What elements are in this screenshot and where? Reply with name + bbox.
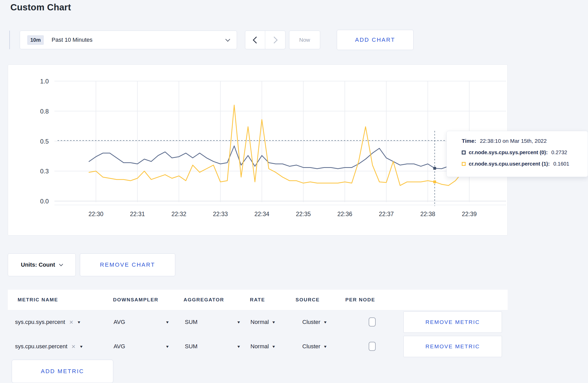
units-select[interactable]: Units: Count xyxy=(8,253,76,276)
tooltip-time-value: 22:38:10 on Mar 15th, 2022 xyxy=(480,138,547,144)
y-axis-tick-label: 0.8 xyxy=(40,108,49,115)
time-nav-group xyxy=(245,31,285,49)
x-axis-tick-label: 22:37 xyxy=(379,211,394,217)
metric-name-value: sys.cpu.sys.percent xyxy=(15,319,65,325)
toolbar-accent-divider xyxy=(9,31,10,49)
y-axis-tick-label: 0.0 xyxy=(40,198,49,205)
caret-down-icon[interactable]: ▼ xyxy=(79,345,83,349)
clear-metric-icon[interactable]: × xyxy=(72,343,75,350)
now-button[interactable]: Now xyxy=(289,31,320,49)
tooltip-time-label: Time: xyxy=(462,138,476,144)
crosshair-point-user xyxy=(433,180,436,183)
add-metric-button[interactable]: ADD METRIC xyxy=(12,360,113,383)
source-select[interactable]: Cluster ▼ xyxy=(302,334,327,359)
y-axis-tick-label: 1.0 xyxy=(40,78,49,85)
tooltip-series-name: cr.node.sys.cpu.user.percent (1): xyxy=(469,161,550,167)
time-range-badge: 10m xyxy=(27,35,44,45)
x-axis-tick-label: 22:34 xyxy=(254,211,269,217)
y-axis-tick-label: 0.5 xyxy=(40,138,49,145)
col-header-metric-name: METRIC NAME xyxy=(18,297,58,303)
clear-metric-icon[interactable]: × xyxy=(69,319,73,325)
series-sys-swatch-icon xyxy=(462,151,466,154)
caret-down-icon[interactable]: ▼ xyxy=(77,320,81,324)
caret-down-icon: ▼ xyxy=(271,345,276,349)
chevron-left-icon xyxy=(253,37,260,44)
series-line-user xyxy=(89,105,476,186)
metric-name-value: sys.cpu.user.percent xyxy=(15,343,67,350)
time-back-button[interactable] xyxy=(245,31,265,49)
col-header-downsampler: DOWNSAMPLER xyxy=(113,297,158,303)
x-axis-tick-label: 22:35 xyxy=(296,211,311,217)
chevron-down-icon xyxy=(59,262,63,266)
chart-canvas[interactable]: 0.00.30.50.81.022:3022:3122:3222:3322:34… xyxy=(8,65,508,236)
source-value: Cluster xyxy=(302,319,320,325)
rate-value: Normal xyxy=(250,319,269,325)
downsampler-value: AVG xyxy=(114,343,125,350)
metrics-table-header: METRIC NAME DOWNSAMPLER AGGREGATOR RATE … xyxy=(8,290,508,310)
tooltip-series-value: 0.1601 xyxy=(553,161,569,167)
crosshair-point-sys xyxy=(433,167,436,170)
remove-metric-button[interactable]: REMOVE METRIC xyxy=(403,336,502,357)
caret-down-icon: ▼ xyxy=(323,345,327,349)
caret-down-icon: ▼ xyxy=(237,345,241,349)
downsampler-select[interactable]: AVG ▼ xyxy=(114,310,169,334)
time-range-label: Past 10 Minutes xyxy=(52,37,226,43)
tooltip-series-name: cr.node.sys.cpu.sys.percent (0): xyxy=(469,150,548,155)
caret-down-icon: ▼ xyxy=(271,320,276,324)
page-title: Custom Chart xyxy=(10,2,71,12)
downsampler-select[interactable]: AVG ▼ xyxy=(114,334,169,359)
aggregator-select[interactable]: SUM ▼ xyxy=(185,310,240,334)
x-axis-tick-label: 22:31 xyxy=(130,211,145,217)
y-axis-tick-label: 0.3 xyxy=(40,168,49,175)
aggregator-value: SUM xyxy=(185,343,198,350)
col-header-rate: RATE xyxy=(250,297,265,303)
caret-down-icon: ▼ xyxy=(237,320,241,324)
series-line-sys xyxy=(89,146,476,169)
x-axis-tick-label: 22:32 xyxy=(171,211,186,217)
time-range-select[interactable]: 10m Past 10 Minutes xyxy=(20,31,237,49)
per-node-checkbox[interactable] xyxy=(369,317,376,327)
chevron-down-icon xyxy=(225,37,230,41)
add-chart-button[interactable]: ADD CHART xyxy=(337,30,414,50)
col-header-source: SOURCE xyxy=(296,297,320,303)
downsampler-value: AVG xyxy=(114,319,125,325)
source-select[interactable]: Cluster ▼ xyxy=(302,310,327,334)
source-value: Cluster xyxy=(302,343,320,350)
x-axis-tick-label: 22:38 xyxy=(420,211,435,217)
x-axis-tick-label: 22:33 xyxy=(213,211,228,217)
metric-row: sys.cpu.user.percent × ▼ AVG ▼ SUM ▼ Nor… xyxy=(8,334,508,359)
aggregator-select[interactable]: SUM ▼ xyxy=(185,334,240,359)
rate-select[interactable]: Normal ▼ xyxy=(250,310,275,334)
time-forward-button[interactable] xyxy=(265,31,285,49)
remove-chart-button[interactable]: REMOVE CHART xyxy=(80,253,175,276)
aggregator-value: SUM xyxy=(185,319,198,325)
col-header-per-node: PER NODE xyxy=(345,297,375,303)
metric-name-select[interactable]: sys.cpu.user.percent × ▼ xyxy=(15,334,83,359)
x-axis-tick-label: 22:30 xyxy=(88,211,103,217)
caret-down-icon: ▼ xyxy=(165,320,170,324)
per-node-checkbox[interactable] xyxy=(369,342,376,351)
metric-row: sys.cpu.sys.percent × ▼ AVG ▼ SUM ▼ Norm… xyxy=(8,310,508,334)
rate-select[interactable]: Normal ▼ xyxy=(250,334,275,359)
x-axis-tick-label: 22:39 xyxy=(462,211,477,217)
metric-name-select[interactable]: sys.cpu.sys.percent × ▼ xyxy=(15,310,81,334)
chart-tooltip: Time: 22:38:10 on Mar 15th, 2022 cr.node… xyxy=(446,131,588,177)
chevron-right-icon xyxy=(271,37,278,44)
caret-down-icon: ▼ xyxy=(323,320,327,324)
rate-value: Normal xyxy=(250,343,269,350)
col-header-aggregator: AGGREGATOR xyxy=(184,297,224,303)
caret-down-icon: ▼ xyxy=(165,345,170,349)
series-user-swatch-icon xyxy=(462,162,466,166)
units-label: Units: Count xyxy=(21,261,55,268)
custom-chart-page: Custom Chart 10m Past 10 Minutes Now ADD… xyxy=(0,0,588,383)
remove-metric-button[interactable]: REMOVE METRIC xyxy=(403,311,502,333)
x-axis-tick-label: 22:36 xyxy=(337,211,352,217)
tooltip-series-value: 0.2732 xyxy=(551,150,567,155)
